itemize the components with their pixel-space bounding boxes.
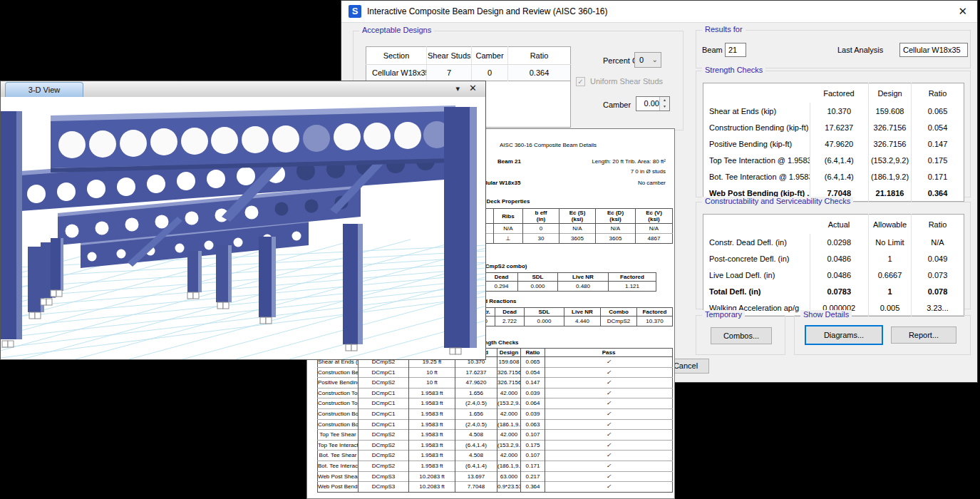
column-header: Ec (S)(ksi): [559, 209, 596, 224]
cell: ⊥: [494, 234, 523, 244]
check-name: Shear at Ends (kip): [703, 103, 810, 119]
column-header: Combo: [601, 308, 637, 317]
percent-comp-dropdown[interactable]: 0 ⌄: [634, 52, 661, 68]
acceptable-designs-table: SectionShear StudsCamberRatio Cellular W…: [366, 46, 571, 81]
table-row: Top Tee InteractionDCmpS2 1.9583 ft(6.4,…: [318, 440, 673, 451]
3d-view-window: 3-D View ▾ ✕: [0, 81, 486, 360]
factored: 4.508: [455, 451, 497, 461]
pass-check-icon: ✓: [545, 440, 673, 451]
details-title: AISC 360-16 Composite Beam Details: [500, 142, 597, 148]
column-header: Dead: [495, 308, 525, 317]
ratio: 0.065: [521, 357, 545, 368]
3d-model-canvas[interactable]: [1, 97, 485, 359]
collapse-icon[interactable]: ▾: [455, 81, 460, 97]
3d-view-titlebar[interactable]: 3-D View ▾ ✕: [1, 81, 485, 98]
ratio: 0.175: [521, 440, 545, 451]
factored-value: 17.6237: [810, 119, 869, 135]
ratio: 0.147: [521, 378, 545, 389]
ratio-value: 0.049: [912, 250, 964, 267]
check-row: Shear at Ends (kip) 10.370 159.608 0.065: [703, 103, 964, 119]
spinner-arrows-icon[interactable]: ▲▼: [659, 97, 669, 110]
column-header: Ratio: [912, 83, 964, 103]
column-header: SDL: [518, 273, 558, 282]
3d-view-tab[interactable]: 3-D View: [5, 82, 83, 97]
cell: 0.480: [558, 282, 609, 292]
report-button[interactable]: Report...: [891, 326, 956, 344]
uniform-shear-studs-checkbox[interactable]: ✓: [576, 77, 585, 86]
check-row: Live Load Defl. (in) 0.0486 0.6667 0.073: [703, 267, 964, 283]
pass-check-icon: ✓: [545, 398, 673, 409]
combo: DCmpS3: [359, 471, 409, 482]
table-row: Web Post Bending (kip-ft)DCmpS3 10.2083 …: [318, 482, 673, 493]
design: 326.7156: [497, 378, 521, 389]
allowable-value: 1: [869, 283, 912, 299]
length-info: Length: 20 ft Trib. Area: 80 ft²: [592, 158, 666, 165]
ratio-value: 3.23...: [912, 299, 964, 317]
cell: 0: [523, 224, 559, 234]
end-reactions-table: Constr.DeadSDLLive NRComboFactored 0.000…: [465, 307, 673, 326]
diagrams-button[interactable]: Diagrams...: [805, 325, 883, 345]
beam-field[interactable]: 21: [725, 43, 746, 57]
last-analysis-field[interactable]: Cellular W18x35: [899, 43, 968, 57]
detail-strength-table: Loc.FactoredDesignRatioPass Shear at End…: [317, 348, 673, 493]
close-icon[interactable]: ✕: [958, 1, 967, 22]
pass-check-icon: ✓: [545, 378, 673, 389]
ratio-value: 0.175: [912, 152, 964, 168]
camber-stepper[interactable]: 0.00 ▲▼: [636, 96, 670, 111]
ratio-value: 0.078: [912, 283, 964, 299]
column-header: Ratio: [508, 47, 571, 65]
check-name: Total Defl. (in): [703, 283, 810, 299]
ratio: 0.107: [521, 451, 545, 461]
dialog-titlebar[interactable]: S Interactive Composite Beam Design and …: [341, 1, 977, 23]
deck-properties-table: f'c(ksi)Ribsb eff(in)Ec (S)(ksi)Ec (D)(k…: [465, 208, 673, 244]
cell: 0.000: [518, 282, 558, 292]
combo: DCmpS3: [359, 482, 409, 493]
cell: N/A: [636, 224, 673, 234]
column-header: Section: [366, 47, 427, 65]
ratio: 0.039: [521, 388, 545, 398]
check-name: Web Post Shear (kip): [318, 471, 359, 482]
design-value: (186.1,9.2): [869, 168, 912, 185]
check-name: Construction Bending (kip-ft): [703, 119, 810, 135]
column-header: Ribs: [494, 209, 523, 224]
column-header: Shear Studs: [427, 47, 472, 65]
table-row: Construction Bot. Tee ShearDCmpC1 1.9583…: [318, 408, 673, 419]
check-name: Top Tee Shear: [318, 430, 359, 441]
check-row: Positive Bending (kip-ft) 47.9620 326.71…: [703, 135, 964, 152]
actual-value: 0.0298: [810, 234, 869, 250]
check-row: Construction Bending (kip-ft) 17.6237 32…: [703, 119, 964, 135]
pass-check-icon: ✓: [545, 367, 673, 378]
design: 42.000: [497, 388, 521, 398]
check-name: Bot. Tee Interaction: [318, 461, 359, 471]
location: 1.9583 ft: [409, 398, 455, 409]
combo: DCmpC1: [359, 388, 409, 398]
location: 10 ft: [409, 378, 455, 389]
table-header-row: f'c(ksi)Ribsb eff(in)Ec (S)(ksi)Ec (D)(k…: [466, 209, 673, 224]
ratio: 0.063: [521, 419, 545, 430]
corner-cell: [703, 83, 810, 103]
design: 159.608: [497, 357, 521, 368]
combo: DCmpC1: [359, 419, 409, 430]
column-header: Camber: [472, 47, 508, 65]
combos-button[interactable]: Combos...: [711, 327, 772, 344]
pass-check-icon: ✓: [545, 408, 673, 419]
temporary-group: Temporary Combos...: [696, 315, 785, 355]
location: 1.9583 ft: [409, 440, 455, 451]
strength-checks-table: FactoredDesignRatio Shear at Ends (kip) …: [703, 83, 964, 202]
corner-cell: [703, 215, 810, 235]
check-name: Positive Bending (kip-ft): [703, 135, 810, 152]
design-row[interactable]: Cellular W18x35 7 0 0.364: [366, 65, 571, 81]
group-label: Show Details: [800, 310, 852, 319]
combo: DCmpC1: [359, 408, 409, 419]
column-header: b eff(in): [523, 209, 559, 224]
design: 63.000: [497, 471, 521, 482]
close-icon[interactable]: ✕: [469, 81, 477, 97]
pass-check-icon: ✓: [545, 482, 673, 493]
cell: N/A: [559, 224, 596, 234]
check-name: Constr. Dead Defl. (in): [703, 234, 810, 250]
ratio: 0.107: [521, 430, 545, 441]
table-row: Construction Bot. Tee InteractionDCmpC1 …: [318, 419, 673, 430]
camber-value: 0.00: [636, 97, 659, 110]
group-label: Constructability and Serviceability Chec…: [702, 197, 853, 205]
cell: 4.440: [564, 317, 601, 326]
